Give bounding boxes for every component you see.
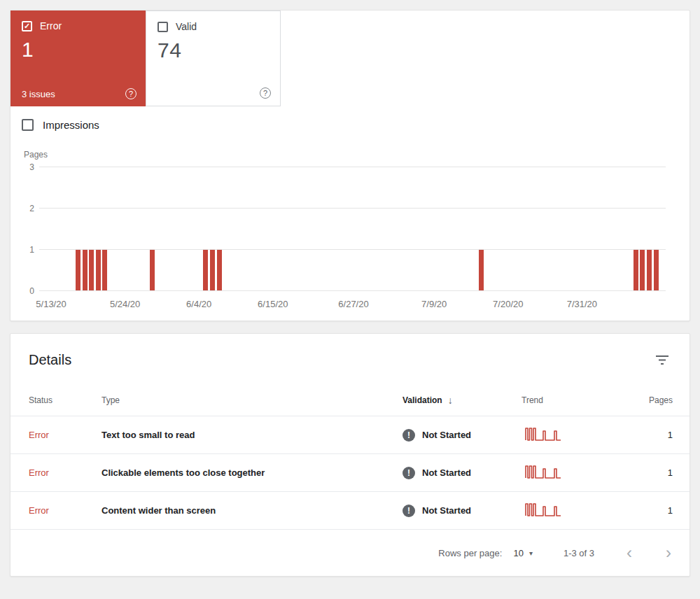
validation-status-label: Not Started: [422, 430, 471, 440]
chart-bar: [654, 250, 659, 290]
rows-per-page-select[interactable]: 10 ▾: [513, 548, 533, 558]
chart-bar: [647, 250, 652, 290]
not-started-icon: !: [402, 505, 415, 517]
valid-tab-label: Valid: [176, 21, 197, 32]
chart-bar: [83, 250, 88, 290]
impressions-toggle[interactable]: Impressions: [22, 119, 99, 131]
previous-page-icon[interactable]: ‹: [626, 544, 632, 561]
x-axis-tick: 6/15/20: [258, 299, 288, 309]
column-header-type[interactable]: Type: [102, 395, 402, 405]
y-axis-tick: 0: [19, 287, 34, 295]
gridline: [39, 167, 666, 167]
chart-bar: [634, 250, 638, 290]
error-count: 1: [22, 38, 134, 62]
column-header-status[interactable]: Status: [10, 395, 102, 405]
validation-status-label: Not Started: [422, 505, 471, 516]
row-type-link[interactable]: Text too small to read: [102, 430, 402, 440]
chart-bar: [89, 250, 94, 290]
help-icon[interactable]: ?: [125, 88, 136, 99]
row-pages: 1: [612, 430, 690, 440]
chart-bar: [640, 250, 645, 290]
y-axis-tick: 1: [19, 246, 34, 254]
row-validation: !Not Started: [402, 429, 522, 442]
valid-count: 74: [158, 38, 269, 62]
chart-bar: [210, 250, 215, 290]
x-axis-tick: 7/9/20: [421, 299, 447, 309]
trend-sparkline-icon: [522, 500, 570, 519]
table-footer: Rows per page: 10 ▾ 1-3 of 3 ‹ ›: [10, 530, 690, 576]
rows-per-page-value: 10: [513, 548, 523, 558]
details-card: Details Status Type Validation ↓ Trend P…: [10, 333, 690, 577]
details-title: Details: [29, 352, 71, 368]
chart-bar: [102, 250, 107, 290]
row-type-link[interactable]: Clickable elements too close together: [102, 467, 402, 478]
chart-bar: [203, 250, 208, 290]
validation-status-label: Not Started: [422, 467, 471, 478]
row-trend: [522, 500, 612, 521]
row-type-link[interactable]: Content wider than screen: [102, 505, 402, 516]
sort-desc-icon: ↓: [448, 395, 453, 406]
row-trend: [522, 425, 612, 445]
row-status: Error: [10, 505, 102, 516]
dropdown-caret-icon: ▾: [529, 549, 533, 557]
rows-per-page-label: Rows per page:: [438, 548, 502, 558]
chart-bar: [217, 250, 222, 290]
x-axis-tick: 7/20/20: [493, 299, 523, 309]
row-status: Error: [10, 430, 102, 440]
tab-valid[interactable]: Valid 74 ?: [146, 10, 281, 106]
row-trend: [522, 463, 612, 483]
y-axis-tick: 2: [19, 204, 34, 213]
gridline: [39, 208, 666, 209]
gridline: [39, 290, 666, 291]
impressions-label: Impressions: [43, 119, 99, 131]
not-started-icon: !: [402, 467, 415, 479]
x-axis-tick: 6/27/20: [338, 299, 368, 309]
help-icon[interactable]: ?: [260, 87, 271, 99]
error-checkbox[interactable]: ✓: [22, 21, 32, 31]
tab-error[interactable]: ✓ Error 1 3 issues ?: [10, 10, 146, 106]
trend-sparkline-icon: [522, 463, 570, 481]
table-header: Status Type Validation ↓ Trend Pages: [10, 384, 690, 416]
column-header-pages[interactable]: Pages: [612, 395, 690, 405]
chart-bar: [96, 250, 101, 290]
x-axis-tick: 5/24/20: [110, 299, 140, 309]
row-pages: 1: [612, 505, 690, 516]
next-page-icon[interactable]: ›: [666, 544, 671, 561]
trend-sparkline-icon: [522, 425, 570, 443]
row-validation: !Not Started: [402, 505, 522, 517]
table-row[interactable]: ErrorClickable elements too close togeth…: [10, 454, 690, 492]
x-axis-tick: 5/13/20: [36, 299, 66, 309]
chart-bar: [76, 250, 80, 290]
pagination-range: 1-3 of 3: [564, 548, 594, 558]
column-header-trend[interactable]: Trend: [522, 395, 612, 405]
table-row[interactable]: ErrorText too small to read!Not Started1: [10, 416, 690, 454]
row-validation: !Not Started: [402, 467, 522, 479]
filter-icon[interactable]: [653, 352, 671, 370]
summary-chart-card: ✓ Error 1 3 issues ? Valid 74 ? Impressi…: [10, 10, 690, 321]
y-axis-tick: 3: [19, 163, 34, 171]
chart-bar: [479, 250, 484, 290]
error-tab-label: Error: [40, 20, 62, 31]
x-axis-tick: 6/4/20: [186, 299, 211, 309]
x-axis-tick: 7/31/20: [567, 299, 597, 309]
row-status: Error: [10, 467, 102, 478]
error-issues-label: 3 issues: [22, 89, 55, 99]
chart-bar: [150, 250, 155, 290]
table-row[interactable]: ErrorContent wider than screen!Not Start…: [10, 492, 690, 530]
impressions-checkbox[interactable]: [22, 119, 34, 131]
row-pages: 1: [612, 467, 690, 478]
status-tabs: ✓ Error 1 3 issues ? Valid 74 ?: [10, 10, 690, 106]
column-header-validation[interactable]: Validation ↓: [402, 395, 522, 406]
gridline: [39, 249, 666, 250]
validation-header-label: Validation: [402, 395, 442, 405]
details-rows: ErrorText too small to read!Not Started1…: [10, 416, 690, 530]
not-started-icon: !: [402, 429, 415, 442]
y-axis-title: Pages: [24, 150, 690, 160]
valid-checkbox[interactable]: [158, 22, 168, 32]
chart-plot: 01235/13/205/24/206/4/206/15/206/27/207/…: [39, 167, 666, 291]
